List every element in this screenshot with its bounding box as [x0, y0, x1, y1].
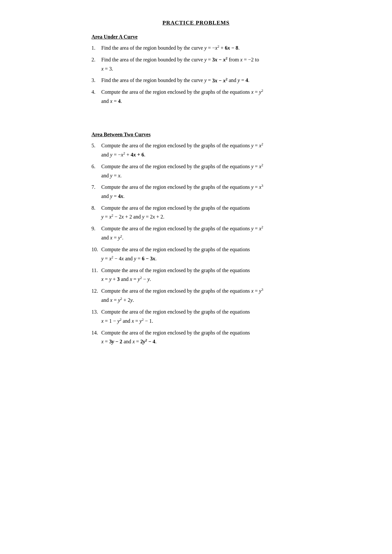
problem-text: Compute the area of the region enclosed …: [101, 141, 301, 159]
problem-item: 14. Compute the area of the region enclo…: [91, 329, 301, 346]
problem-number: 4.: [91, 88, 101, 96]
problem-number: 3.: [91, 76, 101, 85]
problem-number: 13.: [91, 308, 101, 316]
section-area-under-curve: Area Under A Curve 1. Find the area of t…: [91, 34, 301, 106]
problem-list-section1: 1. Find the area of the region bounded b…: [91, 44, 301, 106]
problem-text: Find the area of the region bounded by t…: [101, 44, 301, 52]
problem-item: 9. Compute the area of the region enclos…: [91, 224, 301, 242]
problem-item: 4. Compute the area of the region enclos…: [91, 88, 301, 106]
problem-list-section2: 5. Compute the area of the region enclos…: [91, 141, 301, 346]
problem-number: 9.: [91, 224, 101, 233]
problem-number: 6.: [91, 162, 101, 171]
section-title-area-under-curve: Area Under A Curve: [91, 34, 301, 40]
problem-text: Compute the area of the region enclosed …: [101, 245, 301, 263]
problem-text: Compute the area of the region enclosed …: [101, 266, 301, 284]
problem-number: 8.: [91, 204, 101, 212]
problem-number: 14.: [91, 329, 101, 337]
page: PRACTICE PROBLEMS Area Under A Curve 1. …: [72, 20, 320, 359]
problem-number: 12.: [91, 287, 101, 295]
problem-text: Compute the area of the region enclosed …: [101, 308, 301, 325]
problem-item: 7. Compute the area of the region enclos…: [91, 183, 301, 201]
problem-number: 5.: [91, 141, 101, 150]
problem-item: 13. Compute the area of the region enclo…: [91, 308, 301, 325]
problem-item: 6. Compute the area of the region enclos…: [91, 162, 301, 180]
problem-text: Compute the area of the region enclosed …: [101, 224, 301, 242]
problem-item: 12. Compute the area of the region enclo…: [91, 287, 301, 304]
problem-text: Compute the area of the region enclosed …: [101, 329, 301, 346]
problem-item: 10. Compute the area of the region enclo…: [91, 245, 301, 263]
problem-number: 11.: [91, 266, 101, 275]
problem-number: 2.: [91, 56, 101, 64]
problem-text: Compute the area of the region enclosed …: [101, 204, 301, 221]
page-title: PRACTICE PROBLEMS: [91, 20, 301, 26]
problem-item: 2. Find the area of the region bounded b…: [91, 56, 301, 73]
problem-text: Compute the area of the region enclosed …: [101, 183, 301, 201]
problem-text: Find the area of the region bounded by t…: [101, 56, 301, 73]
section-area-between-curves: Area Between Two Curves 5. Compute the a…: [91, 132, 301, 346]
section-title-area-between-curves: Area Between Two Curves: [91, 132, 301, 138]
problem-number: 7.: [91, 183, 101, 191]
problem-text: Find the area of the region bounded by t…: [101, 76, 301, 85]
problem-item: 11. Compute the area of the region enclo…: [91, 266, 301, 284]
problem-number: 1.: [91, 44, 101, 52]
problem-text: Compute the area of the region enclosed …: [101, 162, 301, 180]
problem-item: 8. Compute the area of the region enclos…: [91, 204, 301, 221]
problem-item: 1. Find the area of the region bounded b…: [91, 44, 301, 52]
problem-text: Compute the area of the region enclosed …: [101, 287, 301, 304]
problem-number: 10.: [91, 245, 101, 254]
problem-item: 3. Find the area of the region bounded b…: [91, 76, 301, 85]
problem-item: 5. Compute the area of the region enclos…: [91, 141, 301, 159]
problem-text: Compute the area of the region enclosed …: [101, 88, 301, 106]
